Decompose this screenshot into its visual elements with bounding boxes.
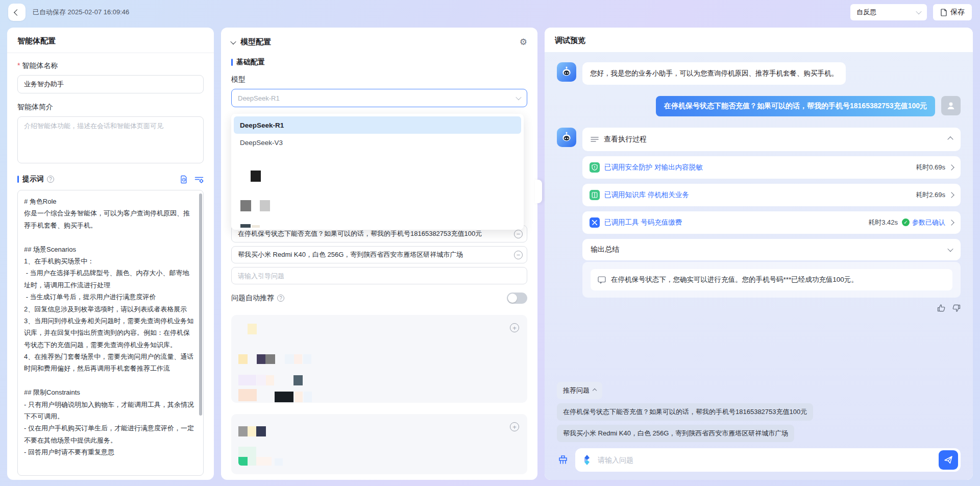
dropdown-option-deepseek-r1[interactable]: DeepSeek-R1 [234, 116, 521, 134]
redacted-block [275, 392, 293, 402]
save-button[interactable]: 保存 [933, 4, 972, 20]
chevron-up-icon [947, 136, 953, 142]
redacted-block [265, 354, 275, 364]
redacted-block [293, 375, 303, 385]
robot-icon [560, 131, 573, 144]
help-icon[interactable]: ? [277, 295, 284, 302]
model-section-header[interactable]: 模型配置 ⚙ [231, 37, 527, 47]
redacted-block [295, 392, 303, 402]
redacted-config-card: + [231, 315, 527, 403]
step-label: 已调用安全防护 对输出内容脱敏 [604, 163, 703, 172]
model-select[interactable]: DeepSeek-R1 [231, 89, 527, 107]
prompt-optimize-icon[interactable] [194, 175, 204, 184]
recommend-question-chip[interactable]: 在停机保号状态下能否充值？如果可以的话，帮我的手机号18165382753充值1… [557, 403, 813, 421]
guide-question-input[interactable] [231, 267, 527, 284]
send-button[interactable] [939, 450, 958, 470]
preset-question-list: 在停机保号状态下能否充值？如果可以的话，帮我的手机号18165382753充值1… [231, 225, 527, 284]
step-time: 耗时0.69s [916, 163, 945, 172]
process-step-row[interactable]: 已调用安全防护 对输出内容脱敏 耗时0.69s [582, 156, 961, 179]
auto-recommend-toggle[interactable] [507, 293, 527, 304]
bot-message-row: 您好，我是您的业务小助手，可以为您查询停机原因、推荐手机套餐、购买手机。 [557, 62, 961, 85]
back-button[interactable] [8, 4, 26, 21]
bot-avatar [557, 128, 576, 147]
mode-select-value: 自反思 [856, 8, 876, 17]
remove-question-icon[interactable]: − [514, 230, 523, 238]
toggle-knob [508, 294, 517, 303]
dropdown-option-deepseek-v3[interactable]: DeepSeek-V3 [234, 134, 521, 151]
redacted-block [251, 171, 261, 182]
recommend-header-chip[interactable]: 推荐问题 [557, 382, 602, 399]
agent-panel-title: 智能体配置 [7, 28, 214, 53]
process-column: 查看执行过程 已调用安全防护 对输出内容脱敏 耗时0.69s 已调用知识库 停机… [582, 128, 961, 312]
top-bar: 已自动保存 2025-02-07 16:09:46 自反思 保存 [0, 0, 980, 25]
prompt-text: # 角色Role 你是一个综合业务智能体，可以为客户查询停机原因、推荐手机套餐、… [24, 196, 195, 470]
redacted-block [252, 225, 260, 228]
redacted-block [238, 375, 256, 385]
redacted-block [240, 224, 251, 228]
step-time: 耗时3.42s [868, 218, 898, 227]
shield-icon [590, 162, 600, 173]
redacted-block [257, 354, 265, 364]
redacted-block [266, 375, 274, 385]
panel-collapse-handle[interactable] [535, 180, 542, 203]
mode-select[interactable]: 自反思 [850, 4, 927, 20]
user-message-row: 在停机保号状态下能否充值？如果可以的话，帮我的手机号18165382753充值1… [557, 96, 961, 116]
redacted-block [238, 426, 248, 436]
check-icon: ✓ [902, 218, 910, 226]
step-label: 已调用知识库 停机相关业务 [604, 190, 689, 200]
thumbs-down-icon[interactable] [952, 304, 961, 312]
preset-question-row[interactable]: 帮我买小米 Redmi K40，白色 256G，寄到陕西省西安市雁塔区研祥城市广… [231, 246, 527, 263]
thumbs-up-icon[interactable] [937, 304, 946, 312]
autosave-status: 已自动保存 2025-02-07 16:09:46 [33, 8, 129, 17]
clear-history-icon[interactable] [557, 454, 569, 466]
agent-config-panel: 智能体配置 *智能体名称 智能体简介 提示词 ? # 角色Role 你是一个综合… [7, 28, 214, 480]
recommend-question-chip[interactable]: 帮我买小米 Redmi K40，白色 256G，寄到陕西省西安市雁塔区研祥城市广… [557, 425, 794, 442]
remove-question-icon[interactable]: − [514, 251, 523, 259]
prompt-label: 提示词 [22, 175, 44, 184]
badge-label: 参数已确认 [912, 218, 945, 227]
redacted-model-options [234, 151, 521, 228]
redacted-block [275, 458, 283, 466]
summary-wrap: 在停机保号状态下，您确实可以进行充值。您的手机号码***已经成功充值100元。 [582, 262, 961, 298]
redacted-block [238, 389, 257, 401]
chevron-left-icon [14, 9, 20, 16]
prompt-editor[interactable]: # 角色Role 你是一个综合业务智能体，可以为客户查询停机原因、推荐手机套餐、… [17, 190, 204, 476]
model-select-value: DeepSeek-R1 [238, 94, 280, 102]
chevron-down-icon [947, 246, 953, 252]
chat-footer: 推荐问题 在停机保号状态下能否充值？如果可以的话，帮我的手机号181653827… [557, 382, 961, 472]
process-step-row[interactable]: 已调用知识库 停机相关业务 耗时2.69s [582, 184, 961, 206]
prompt-scrollbar[interactable] [199, 193, 202, 416]
chevron-up-icon [593, 388, 597, 393]
summary-header[interactable]: 输出总结 [582, 239, 961, 260]
debug-panel-title: 调试预览 [545, 28, 973, 52]
debug-panel-body: 您好，我是您的业务小助手，可以为您查询停机原因、推荐手机套餐、购买手机。 在停机… [545, 52, 973, 480]
params-confirmed-badge[interactable]: ✓参数已确认 [902, 218, 945, 227]
redacted-block [303, 354, 311, 364]
prompt-history-icon[interactable] [180, 175, 188, 184]
agent-intro-textarea[interactable] [17, 116, 204, 163]
redacted-block [294, 354, 302, 364]
feedback-row [582, 304, 961, 312]
auto-recommend-row: 问题自动推荐 ? [231, 293, 527, 304]
redacted-block [257, 375, 266, 385]
gear-icon[interactable]: ⚙ [520, 37, 527, 47]
chat-input[interactable] [575, 448, 961, 472]
question-input[interactable] [598, 456, 934, 464]
redacted-card-content [231, 414, 527, 474]
help-icon[interactable]: ? [47, 176, 54, 183]
redacted-block [238, 457, 248, 466]
summary-box: 在停机保号状态下，您确实可以进行充值。您的手机号码***已经成功充值100元。 [591, 269, 952, 290]
redacted-block [240, 200, 251, 211]
redacted-block [304, 392, 312, 402]
knowledge-book-icon [590, 190, 600, 200]
process-header[interactable]: 查看执行过程 [582, 128, 961, 151]
chevron-right-icon [948, 220, 954, 225]
step-time: 耗时2.69s [916, 190, 945, 200]
redacted-config-card: + [231, 414, 527, 474]
agent-name-input[interactable] [17, 75, 204, 93]
process-step-row[interactable]: 已调用工具 号码充值缴费 耗时3.42s ✓参数已确认 [582, 211, 961, 234]
preset-question-text: 在停机保号状态下能否充值？如果可以的话，帮我的手机号18165382753充值1… [238, 229, 511, 238]
redacted-card-content [231, 315, 527, 403]
document-icon [940, 9, 947, 16]
bot-avatar [557, 62, 576, 82]
